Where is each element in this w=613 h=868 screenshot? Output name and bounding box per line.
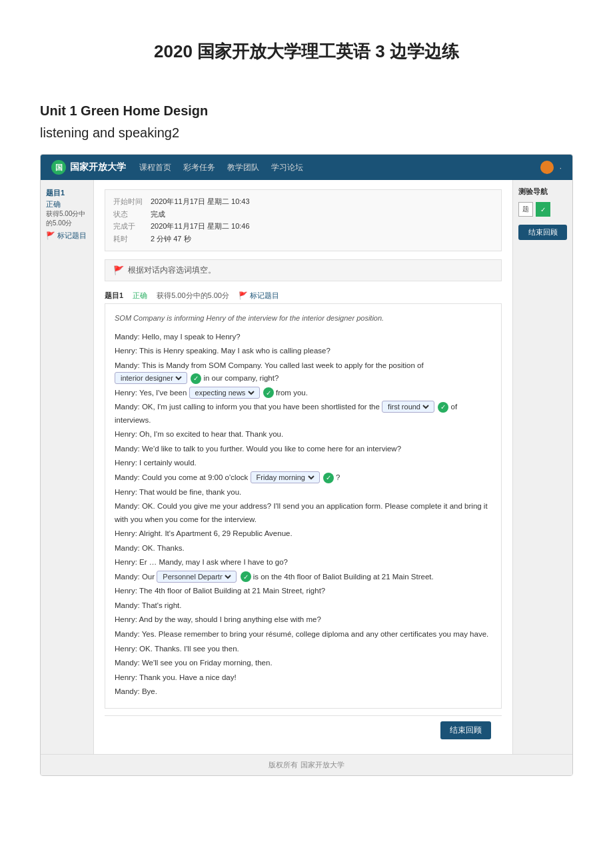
nav-link-home[interactable]: 课程首页 bbox=[139, 162, 171, 173]
speaker-14: Mandy: bbox=[115, 573, 140, 581]
question-num: 题目1 bbox=[105, 291, 123, 301]
sidebar-bookmark-btn[interactable]: 🚩 标记题目 bbox=[46, 231, 88, 241]
speaker-17: Henry: bbox=[115, 615, 137, 623]
speaker-13: Henry: bbox=[115, 558, 137, 566]
select-2[interactable]: expecting news bbox=[193, 388, 257, 397]
prompt-icon: 🚩 bbox=[113, 265, 124, 275]
sidebar-status: 正确 bbox=[46, 199, 88, 209]
page-wrapper: 2020 国家开放大学理工英语 3 边学边练 Unit 1 Green Home… bbox=[0, 0, 613, 868]
prompt-text: 根据对话内容选词填空。 bbox=[128, 265, 216, 276]
logo-icon: 国 bbox=[51, 160, 66, 175]
end-value: 2020年11月17日 星期二 10:46 bbox=[151, 220, 250, 233]
check-icon-4: ✓ bbox=[323, 473, 334, 483]
end-review-btn-right[interactable]: 结束回顾 bbox=[518, 225, 567, 240]
select-3[interactable]: first round bbox=[385, 402, 431, 411]
app-navbar: 国 国家开放大学 课程首页 彩考任务 教学团队 学习论坛 · bbox=[41, 155, 572, 180]
check-icon-5: ✓ bbox=[241, 571, 251, 582]
speaker-16: Mandy: bbox=[115, 601, 140, 609]
dialogue-line-0: Mandy: Hello, may I speak to Henry? bbox=[115, 331, 492, 344]
app-navbar-logo: 国 国家开放大学 bbox=[51, 160, 126, 175]
question-bookmark[interactable]: 🚩 标记题目 bbox=[239, 291, 279, 301]
nav-link-team[interactable]: 教学团队 bbox=[227, 162, 259, 173]
dialogue-line-14: Mandy: Our Personnel Department ✓ is on … bbox=[115, 571, 492, 584]
speaker-7: Henry: bbox=[115, 459, 137, 467]
dialogue-line-17: Henry: And by the way, should I bring an… bbox=[115, 613, 492, 627]
check-icon-1: ✓ bbox=[191, 373, 201, 384]
dialogue-line-22: Mandy: Bye. bbox=[115, 685, 492, 699]
unit-title: Unit 1 Green Home Design bbox=[40, 103, 573, 119]
dialogue-line-5: Henry: Oh, I'm so excited to hear that. … bbox=[115, 428, 492, 441]
nav-link-forum[interactable]: 学习论坛 bbox=[271, 162, 303, 173]
dialogue-line-12: Mandy: OK. Thanks. bbox=[115, 542, 492, 555]
dialogue-line-1: Henry: This is Henry speaking. May I ask… bbox=[115, 345, 492, 358]
dialogue-line-10: Mandy: OK. Could you give me your addres… bbox=[115, 500, 492, 526]
dialogue-line-19: Henry: OK. Thanks. I'll see you then. bbox=[115, 643, 492, 656]
prompt-bar: 🚩 根据对话内容选词填空。 bbox=[105, 259, 502, 281]
inline-select-5[interactable]: Personnel Department bbox=[157, 571, 237, 583]
speaker-4: Mandy: bbox=[115, 403, 140, 411]
logo-text: 国家开放大学 bbox=[70, 161, 126, 173]
speaker-3: Henry: bbox=[115, 389, 137, 397]
app-right: 测验导航 题 ✓ 结束回顾 bbox=[512, 180, 572, 754]
question-header: 题目1 正确 获得5.00分中的5.00分 🚩 标记题目 bbox=[105, 291, 502, 301]
main-title: 2020 国家开放大学理工英语 3 边学边练 bbox=[40, 40, 573, 63]
select-5[interactable]: Personnel Department bbox=[160, 572, 233, 581]
question-score: 获得5.00分中的5.00分 bbox=[157, 291, 229, 301]
check-icon-2: ✓ bbox=[263, 387, 274, 398]
dialogue-line-4: Mandy: OK, I'm just calling to inform yo… bbox=[115, 401, 492, 427]
app-sidebar: 题目1 正确 获得5.00分中的5.00分 🚩 标记题目 bbox=[41, 180, 94, 754]
dialogue-line-21: Henry: Thank you. Have a nice day! bbox=[115, 671, 492, 685]
dialogue-line-6: Mandy: We'd like to talk to you further.… bbox=[115, 443, 492, 456]
dialogue-line-9: Henry: That would be fine, thank you. bbox=[115, 486, 492, 499]
speaker-20: Mandy: bbox=[115, 659, 140, 667]
right-panel-icons: 题 ✓ bbox=[518, 202, 567, 217]
start-value: 2020年11月17日 星期二 10:43 bbox=[151, 195, 250, 208]
end-label: 完成于 bbox=[113, 220, 147, 233]
dialogue-line-3: Henry: Yes, I've been expecting news ✓ f… bbox=[115, 387, 492, 400]
app-main: 开始时间 2020年11月17日 星期二 10:43 状态 完成 完成于 202… bbox=[94, 180, 512, 754]
right-panel-title: 测验导航 bbox=[518, 187, 567, 197]
sidebar-item-num: 题目1 bbox=[46, 188, 88, 198]
inline-select-3[interactable]: first round bbox=[382, 401, 434, 413]
user-avatar-dot bbox=[540, 161, 554, 174]
speaker-2: Mandy: bbox=[115, 361, 140, 369]
time-label: 耗时 bbox=[113, 233, 147, 245]
section-title: listening and speaking2 bbox=[40, 125, 573, 141]
dialogue-line-7: Henry: I certainly would. bbox=[115, 457, 492, 470]
speaker-12: Mandy: bbox=[115, 544, 140, 552]
speaker-19: Henry: bbox=[115, 645, 137, 653]
sidebar-score: 获得5.00分中的5.00分 bbox=[46, 209, 88, 228]
select-1[interactable]: interior designer bbox=[118, 373, 184, 383]
nav-link-tasks[interactable]: 彩考任务 bbox=[183, 162, 215, 173]
end-review-btn-bottom[interactable]: 结束回顾 bbox=[440, 721, 491, 739]
question-status: 正确 bbox=[133, 291, 147, 301]
dialogue-intro: SOM Company is informing Henry of the in… bbox=[115, 312, 492, 325]
time-value: 2 分钟 47 秒 bbox=[151, 233, 191, 245]
dialogue-line-8: Mandy: Could you come at 9:00 o'clock Fr… bbox=[115, 471, 492, 485]
inline-select-1[interactable]: interior designer bbox=[115, 372, 187, 384]
speaker-9: Henry: bbox=[115, 488, 137, 496]
speaker-6: Mandy: bbox=[115, 445, 140, 453]
speaker-10: Mandy: bbox=[115, 502, 140, 510]
select-4[interactable]: Friday morning bbox=[254, 473, 316, 482]
status-value: 完成 bbox=[151, 208, 165, 221]
dialogue-line-13: Henry: Er … Mandy, may I ask where I hav… bbox=[115, 556, 492, 569]
nav-icon-check: ✓ bbox=[536, 202, 550, 217]
nav-dash: · bbox=[559, 163, 562, 173]
status-label: 状态 bbox=[113, 208, 147, 221]
check-icon-3: ✓ bbox=[438, 402, 448, 413]
app-navbar-links: 课程首页 彩考任务 教学团队 学习论坛 bbox=[139, 162, 540, 173]
dialogue-line-11: Henry: Alright. It's Apartment 6, 29 Rep… bbox=[115, 527, 492, 541]
speaker-5: Henry: bbox=[115, 430, 137, 438]
inline-select-4[interactable]: Friday morning bbox=[251, 471, 320, 483]
inline-select-2[interactable]: expecting news bbox=[189, 387, 260, 399]
app-frame: 国 国家开放大学 课程首页 彩考任务 教学团队 学习论坛 · 题目1 正确 bbox=[40, 154, 573, 776]
dialogue-line-16: Mandy: That's right. bbox=[115, 599, 492, 613]
question-block: 题目1 正确 获得5.00分中的5.00分 🚩 标记题目 SOM Company… bbox=[105, 291, 502, 709]
dialogue-line-2: Mandy: This is Mandy from SOM Company. Y… bbox=[115, 359, 492, 385]
copyright-text: 版权所有 国家开放大学 bbox=[269, 761, 344, 769]
speaker-15: Henry: bbox=[115, 587, 137, 595]
speaker-18: Mandy: bbox=[115, 630, 140, 638]
app-footer: 版权所有 国家开放大学 bbox=[41, 754, 572, 775]
dialogue-area: SOM Company is informing Henry of the in… bbox=[105, 303, 502, 709]
